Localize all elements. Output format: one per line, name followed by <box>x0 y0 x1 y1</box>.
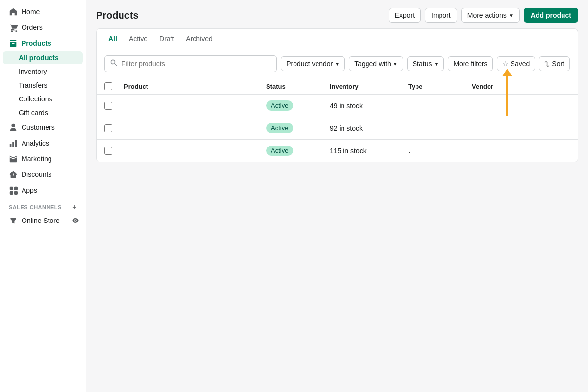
sidebar-item-label: Home <box>22 8 40 16</box>
search-input[interactable] <box>122 60 271 68</box>
select-all-header[interactable] <box>104 82 124 90</box>
tabs-container: All Active Draft Archived <box>97 29 578 49</box>
vendor-header: Vendor <box>472 82 570 90</box>
inventory-cell: 115 in stock <box>330 147 408 155</box>
eye-icon[interactable] <box>71 216 80 225</box>
table-row[interactable]: Active 115 in stock . <box>97 140 578 162</box>
transfers-label: Transfers <box>19 81 48 89</box>
tab-active[interactable]: Active <box>125 29 151 49</box>
chevron-down-icon: ▼ <box>434 61 439 67</box>
add-sales-channel-button[interactable]: + <box>72 203 77 212</box>
status-cell: Active <box>266 146 330 156</box>
page-header: Products Export Import More actions ▼ Ad… <box>86 0 588 28</box>
analytics-icon <box>9 139 18 147</box>
table-row[interactable]: Active 92 in stock <box>97 117 578 140</box>
chevron-down-icon: ▼ <box>393 61 398 67</box>
sort-icon: ⇅ <box>544 60 550 68</box>
chevron-down-icon: ▼ <box>335 61 340 67</box>
status-cell: Active <box>266 100 330 111</box>
chevron-down-icon: ▼ <box>509 13 514 18</box>
marketing-icon <box>9 154 18 163</box>
sidebar-subitem-inventory[interactable]: Inventory <box>3 65 83 78</box>
add-product-button[interactable]: Add product <box>524 8 578 23</box>
sidebar-item-orders[interactable]: Orders <box>3 20 83 35</box>
apps-icon <box>9 186 18 195</box>
sidebar-item-analytics[interactable]: Analytics <box>3 136 83 150</box>
orders-icon <box>9 23 18 32</box>
product-vendor-filter[interactable]: Product vendor ▼ <box>281 56 345 71</box>
sidebar-item-discounts[interactable]: Discounts <box>3 167 83 182</box>
export-button[interactable]: Export <box>389 8 421 23</box>
import-button[interactable]: Import <box>425 8 457 23</box>
inventory-header: Inventory <box>330 82 408 90</box>
product-header: Product <box>124 82 266 90</box>
status-label: Status <box>413 60 432 68</box>
status-badge: Active <box>266 146 293 156</box>
sidebar-item-label: Orders <box>22 24 43 31</box>
status-cell: Active <box>266 123 330 133</box>
sidebar-item-home[interactable]: Home <box>3 4 83 19</box>
status-badge: Active <box>266 100 293 111</box>
inventory-cell: 49 in stock <box>330 102 408 110</box>
sidebar-subitem-all-products[interactable]: All products <box>3 51 83 64</box>
more-actions-button[interactable]: More actions ▼ <box>461 8 520 23</box>
tab-all[interactable]: All <box>104 29 121 49</box>
online-store-label: Online Store <box>22 217 60 224</box>
home-icon <box>9 7 18 16</box>
sales-channels-label: SALES CHANNELS <box>9 204 62 210</box>
sidebar-item-products[interactable]: Products <box>3 36 83 50</box>
sidebar-item-customers[interactable]: Customers <box>3 120 83 135</box>
customers-icon <box>9 123 18 132</box>
product-vendor-label: Product vendor <box>286 60 333 68</box>
products-icon <box>9 39 18 48</box>
status-filter[interactable]: Status ▼ <box>407 56 444 71</box>
sidebar-item-online-store[interactable]: Online Store <box>0 214 86 227</box>
sidebar-item-marketing[interactable]: Marketing <box>3 151 83 166</box>
row-checkbox[interactable] <box>104 124 112 132</box>
sidebar-subitem-collections[interactable]: Collections <box>3 93 83 105</box>
row-checkbox[interactable] <box>104 102 112 110</box>
row-checkbox[interactable] <box>104 147 112 155</box>
more-filters-button[interactable]: More filters <box>448 56 492 71</box>
status-header: Status <box>266 82 330 90</box>
store-icon <box>9 216 18 225</box>
tagged-with-filter[interactable]: Tagged with ▼ <box>349 56 403 71</box>
arrow-annotation <box>502 69 512 116</box>
page-title: Products <box>96 10 139 21</box>
sidebar-item-label: Apps <box>22 186 37 194</box>
main-content: Products Export Import More actions ▼ Ad… <box>86 0 588 392</box>
gift-cards-label: Gift cards <box>19 109 48 117</box>
page-wrapper: Products Export Import More actions ▼ Ad… <box>86 0 588 392</box>
search-icon <box>110 59 118 69</box>
tab-draft[interactable]: Draft <box>155 29 178 49</box>
star-icon: ☆ <box>502 60 509 68</box>
sidebar-subitem-transfers[interactable]: Transfers <box>3 79 83 92</box>
online-store-left: Online Store <box>9 216 60 225</box>
type-cell: . <box>408 147 472 155</box>
arrow-head <box>502 69 512 76</box>
more-actions-label: More actions <box>467 11 507 19</box>
collections-label: Collections <box>19 95 52 103</box>
select-all-checkbox[interactable] <box>104 82 112 90</box>
sidebar-item-label: Products <box>22 39 51 47</box>
search-container <box>104 55 277 72</box>
type-header: Type <box>408 82 472 90</box>
saved-label: Saved <box>511 60 530 68</box>
sidebar-item-label: Customers <box>22 123 55 131</box>
sidebar: Home Orders Products All products Invent… <box>0 0 86 392</box>
tagged-with-label: Tagged with <box>354 60 391 68</box>
sidebar-item-label: Analytics <box>22 139 49 147</box>
sort-label: Sort <box>552 60 564 68</box>
sidebar-item-apps[interactable]: Apps <box>3 183 83 197</box>
tab-archived[interactable]: Archived <box>182 29 216 49</box>
discounts-icon <box>9 170 18 179</box>
inventory-cell: 92 in stock <box>330 124 408 132</box>
header-actions: Export Import More actions ▼ Add product <box>389 8 578 23</box>
row-checkbox-cell <box>104 102 124 110</box>
all-products-label: All products <box>19 54 59 62</box>
sidebar-item-label: Discounts <box>22 171 51 178</box>
sidebar-item-label: Marketing <box>22 155 51 163</box>
sort-button[interactable]: ⇅ Sort <box>539 56 570 71</box>
sidebar-subitem-gift-cards[interactable]: Gift cards <box>3 106 83 119</box>
row-checkbox-cell <box>104 124 124 132</box>
